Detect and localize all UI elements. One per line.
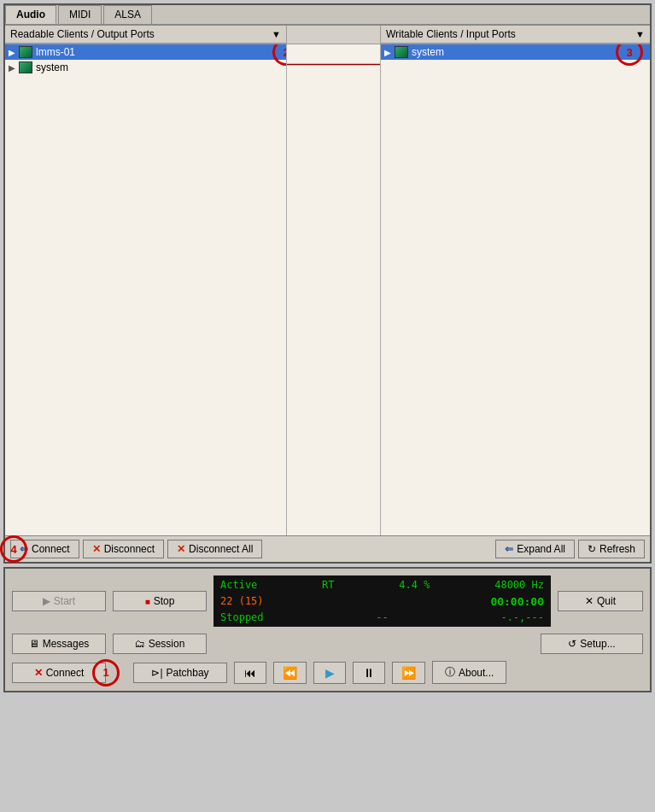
quit-button[interactable]: ✕ Quit (558, 591, 643, 611)
messages-icon: 🖥 (29, 638, 39, 650)
item-label: system (412, 46, 444, 58)
tree-arrow: ▶ (9, 48, 19, 57)
control-row-1: ▶ Start ■ Stop Active RT 4.4 % 48000 Hz … (12, 575, 643, 627)
item-icon (395, 46, 408, 58)
connect-btn-wrapper: ⇐ Connect 4 (10, 540, 79, 558)
item-label: lmms-01 (36, 46, 75, 58)
status-row-3: Stopped -- -.-,--- (220, 611, 544, 623)
item-icon (19, 61, 32, 73)
patchbay-icon: ⊳| (151, 667, 162, 679)
status-rt: RT (322, 579, 334, 591)
info-icon: ⓘ (445, 665, 455, 680)
tree-arrow: ▶ (384, 48, 395, 57)
stop-button[interactable]: ■ Stop (113, 591, 207, 611)
about-button[interactable]: ⓘ About... (432, 661, 506, 684)
play-button[interactable]: ▶ (313, 662, 346, 684)
transport-row: ✕ Connect 1 ⊳| Patchbay ⏮ ⏪ ▶ ⏸ ⏩ ⓘ Abou… (12, 661, 643, 684)
messages-button[interactable]: 🖥 Messages (12, 634, 106, 654)
start-button[interactable]: ▶ Start (12, 591, 106, 611)
right-pane-title: Writable Clients / Input Ports (386, 28, 516, 40)
list-item[interactable]: ▶ system 3 (381, 44, 650, 60)
control-row-2: 🖥 Messages 🗂 Session ↺ Setup... (12, 634, 643, 654)
left-pane-header: Readable Clients / Output Ports ▼ (5, 26, 287, 44)
list-item[interactable]: ▶ lmms-01 2 (5, 44, 286, 60)
status-display: Active RT 4.4 % 48000 Hz 22 (15) 00:00:0… (213, 575, 551, 627)
refresh-button[interactable]: ↻ Refresh (578, 540, 645, 558)
right-pane-header: Writable Clients / Input Ports ▼ (381, 26, 650, 44)
right-dropdown-arrow[interactable]: ▼ (635, 29, 645, 39)
left-pane-title: Readable Clients / Output Ports (10, 28, 155, 40)
status-num: 22 (15) (220, 595, 264, 607)
rewind-button[interactable]: ⏪ (273, 662, 307, 684)
x-icon: ✕ (92, 543, 101, 555)
stop-icon: ■ (145, 597, 150, 606)
connection-svg (287, 44, 380, 535)
status-row-2: 22 (15) 00:00:00 (220, 595, 544, 608)
status-row-1: Active RT 4.4 % 48000 Hz (220, 579, 544, 591)
tree-arrow: ▶ (9, 63, 19, 73)
play-icon: ▶ (43, 595, 50, 607)
connect-icon: ✕ (34, 667, 43, 679)
item-icon (19, 46, 32, 58)
connect-icon: ⇐ (20, 543, 28, 555)
disconnect-button[interactable]: ✕ Disconnect (83, 540, 164, 558)
lower-panel: ▶ Start ■ Stop Active RT 4.4 % 48000 Hz … (3, 567, 652, 692)
session-button[interactable]: 🗂 Session (113, 634, 207, 654)
tab-midi[interactable]: MIDI (58, 5, 102, 24)
status-percent: 4.4 % (399, 579, 430, 591)
connect-btn-wrapper-lower: ✕ Connect 1 (12, 663, 106, 683)
fast-forward-button[interactable]: ⏩ (392, 662, 425, 684)
rewind-start-button[interactable]: ⏮ (234, 662, 266, 684)
pause-button[interactable]: ⏸ (353, 662, 385, 684)
disconnect-all-button[interactable]: ✕ Disconnect All (167, 540, 262, 558)
right-pane-content: ▶ system 3 (381, 44, 650, 535)
quit-icon: ✕ (585, 595, 594, 607)
setup-button[interactable]: ↺ Setup... (541, 634, 643, 654)
item-label: system (36, 61, 68, 73)
lower-connect-button[interactable]: ✕ Connect (12, 663, 106, 683)
session-icon: 🗂 (135, 638, 145, 650)
status-dashes2: -.-,--- (500, 611, 544, 623)
patchbay-button[interactable]: ⊳| Patchbay (133, 663, 227, 683)
tab-bar: Audio MIDI ALSA (5, 5, 650, 26)
expand-all-button[interactable]: ⇐ Expand All (495, 540, 575, 558)
refresh-icon: ↻ (588, 543, 596, 555)
connect-button[interactable]: ⇐ Connect (10, 540, 79, 558)
alsa-connector-panel: Audio MIDI ALSA Readable Clients / Outpu… (3, 3, 652, 564)
tab-audio[interactable]: Audio (5, 5, 56, 24)
status-hz: 48000 Hz (494, 579, 544, 591)
status-stopped: Stopped (220, 611, 264, 623)
status-dashes: -- (376, 611, 388, 623)
left-pane-content: ▶ lmms-01 2 ▶ system (5, 44, 287, 535)
tab-alsa[interactable]: ALSA (103, 5, 152, 24)
expand-icon: ⇐ (505, 543, 513, 555)
bottom-button-bar: ⇐ Connect 4 ✕ Disconnect ✕ Disconnect Al… (5, 535, 650, 562)
setup-icon: ↺ (568, 638, 576, 650)
annotation-3: 3 (616, 44, 643, 66)
status-timer: 00:00:00 (490, 595, 544, 608)
left-dropdown-arrow[interactable]: ▼ (272, 29, 281, 39)
list-item[interactable]: ▶ system (5, 60, 286, 75)
x-icon: ✕ (177, 543, 185, 555)
connection-area (287, 44, 381, 535)
status-active: Active (220, 579, 257, 591)
